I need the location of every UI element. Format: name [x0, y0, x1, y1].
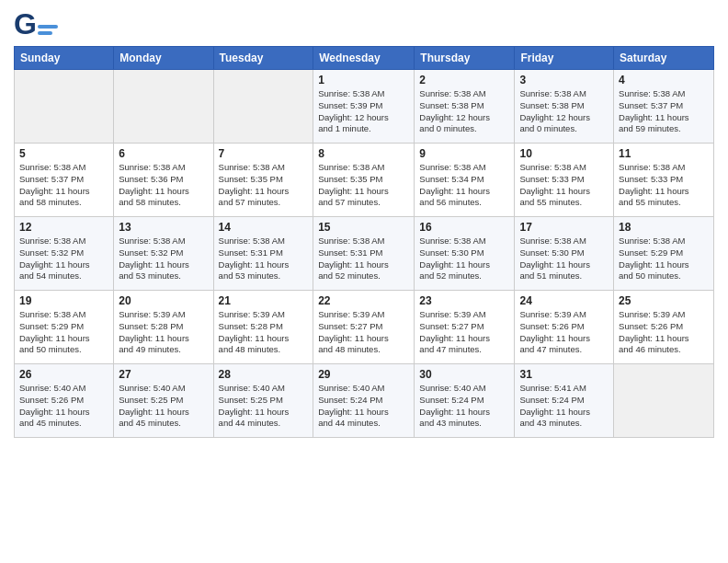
day-number: 21: [219, 294, 309, 307]
day-info: Sunrise: 5:38 AMSunset: 5:38 PMDaylight:…: [419, 88, 509, 135]
day-info: Sunrise: 5:39 AMSunset: 5:28 PMDaylight:…: [119, 309, 208, 356]
calendar-cell: 27Sunrise: 5:40 AMSunset: 5:25 PMDayligh…: [114, 364, 213, 438]
day-info: Sunrise: 5:38 AMSunset: 5:37 PMDaylight:…: [19, 162, 108, 209]
day-info: Sunrise: 5:38 AMSunset: 5:32 PMDaylight:…: [119, 236, 208, 282]
calendar-cell: 2Sunrise: 5:38 AMSunset: 5:38 PMDaylight…: [415, 70, 515, 144]
day-info: Sunrise: 5:38 AMSunset: 5:30 PMDaylight:…: [419, 236, 509, 282]
logo-line-top: [38, 25, 58, 29]
weekday-header-monday: Monday: [114, 47, 213, 70]
weekday-header-thursday: Thursday: [415, 47, 515, 70]
calendar-cell: 12Sunrise: 5:38 AMSunset: 5:32 PMDayligh…: [15, 217, 114, 291]
calendar-header: SundayMondayTuesdayWednesdayThursdayFrid…: [15, 47, 714, 70]
day-info: Sunrise: 5:38 AMSunset: 5:29 PMDaylight:…: [19, 309, 108, 356]
logo-general-g: G: [14, 9, 37, 39]
day-info: Sunrise: 5:39 AMSunset: 5:26 PMDaylight:…: [619, 309, 709, 356]
day-info: Sunrise: 5:40 AMSunset: 5:25 PMDaylight:…: [219, 383, 309, 430]
day-number: 24: [519, 294, 609, 307]
day-number: 7: [219, 147, 309, 160]
calendar-cell: 7Sunrise: 5:38 AMSunset: 5:35 PMDaylight…: [213, 144, 313, 217]
calendar-cell: 5Sunrise: 5:38 AMSunset: 5:37 PMDaylight…: [15, 144, 114, 217]
weekday-header-sunday: Sunday: [15, 47, 114, 70]
calendar-cell: 3Sunrise: 5:38 AMSunset: 5:38 PMDaylight…: [515, 70, 614, 144]
day-info: Sunrise: 5:38 AMSunset: 5:31 PMDaylight:…: [219, 236, 309, 282]
calendar-cell: 28Sunrise: 5:40 AMSunset: 5:25 PMDayligh…: [213, 364, 313, 438]
day-number: 8: [318, 147, 409, 160]
day-number: 27: [119, 368, 208, 381]
day-info: Sunrise: 5:41 AMSunset: 5:24 PMDaylight:…: [519, 383, 609, 430]
calendar-cell: 31Sunrise: 5:41 AMSunset: 5:24 PMDayligh…: [515, 364, 614, 438]
day-info: Sunrise: 5:38 AMSunset: 5:31 PMDaylight:…: [318, 236, 409, 282]
day-number: 18: [619, 221, 709, 234]
calendar-cell: 11Sunrise: 5:38 AMSunset: 5:33 PMDayligh…: [614, 144, 714, 217]
header: G: [14, 9, 714, 39]
calendar-cell: 16Sunrise: 5:38 AMSunset: 5:30 PMDayligh…: [415, 217, 515, 291]
calendar: SundayMondayTuesdayWednesdayThursdayFrid…: [14, 46, 714, 438]
day-info: Sunrise: 5:38 AMSunset: 5:39 PMDaylight:…: [318, 88, 409, 135]
day-info: Sunrise: 5:38 AMSunset: 5:37 PMDaylight:…: [619, 88, 709, 135]
calendar-cell: 17Sunrise: 5:38 AMSunset: 5:30 PMDayligh…: [515, 217, 614, 291]
day-number: 2: [419, 74, 509, 86]
day-number: 16: [419, 221, 509, 234]
calendar-week-2: 5Sunrise: 5:38 AMSunset: 5:37 PMDaylight…: [15, 144, 714, 217]
day-number: 23: [419, 294, 509, 307]
weekday-header-tuesday: Tuesday: [213, 47, 313, 70]
logo-line-bottom: [38, 31, 52, 35]
day-info: Sunrise: 5:40 AMSunset: 5:26 PMDaylight:…: [19, 383, 108, 430]
day-info: Sunrise: 5:38 AMSunset: 5:29 PMDaylight:…: [619, 236, 709, 282]
day-info: Sunrise: 5:40 AMSunset: 5:25 PMDaylight:…: [119, 383, 208, 430]
calendar-cell: 22Sunrise: 5:39 AMSunset: 5:27 PMDayligh…: [313, 291, 415, 364]
day-number: 12: [19, 221, 108, 234]
day-number: 13: [119, 221, 208, 234]
day-info: Sunrise: 5:38 AMSunset: 5:36 PMDaylight:…: [119, 162, 208, 209]
day-info: Sunrise: 5:39 AMSunset: 5:27 PMDaylight:…: [318, 309, 409, 356]
calendar-cell: 9Sunrise: 5:38 AMSunset: 5:34 PMDaylight…: [415, 144, 515, 217]
calendar-cell: 4Sunrise: 5:38 AMSunset: 5:37 PMDaylight…: [614, 70, 714, 144]
day-number: 11: [619, 147, 709, 160]
calendar-cell: 6Sunrise: 5:38 AMSunset: 5:36 PMDaylight…: [114, 144, 213, 217]
weekday-header-wednesday: Wednesday: [313, 47, 415, 70]
calendar-cell: 29Sunrise: 5:40 AMSunset: 5:24 PMDayligh…: [313, 364, 415, 438]
day-number: 6: [119, 147, 208, 160]
day-info: Sunrise: 5:39 AMSunset: 5:28 PMDaylight:…: [219, 309, 309, 356]
calendar-cell: 15Sunrise: 5:38 AMSunset: 5:31 PMDayligh…: [313, 217, 415, 291]
calendar-cell: 26Sunrise: 5:40 AMSunset: 5:26 PMDayligh…: [15, 364, 114, 438]
calendar-cell: 30Sunrise: 5:40 AMSunset: 5:24 PMDayligh…: [415, 364, 515, 438]
calendar-week-1: 1Sunrise: 5:38 AMSunset: 5:39 PMDaylight…: [15, 70, 714, 144]
calendar-cell: 25Sunrise: 5:39 AMSunset: 5:26 PMDayligh…: [614, 291, 714, 364]
day-info: Sunrise: 5:40 AMSunset: 5:24 PMDaylight:…: [318, 383, 409, 430]
day-info: Sunrise: 5:38 AMSunset: 5:32 PMDaylight:…: [19, 236, 108, 282]
calendar-cell: 1Sunrise: 5:38 AMSunset: 5:39 PMDaylight…: [313, 70, 415, 144]
calendar-cell: 21Sunrise: 5:39 AMSunset: 5:28 PMDayligh…: [213, 291, 313, 364]
day-number: 31: [519, 368, 609, 381]
day-info: Sunrise: 5:38 AMSunset: 5:34 PMDaylight:…: [419, 162, 509, 209]
weekday-header-friday: Friday: [515, 47, 614, 70]
calendar-cell: 18Sunrise: 5:38 AMSunset: 5:29 PMDayligh…: [614, 217, 714, 291]
page-container: G SundayMondayTuesdayWednesdayThursdayFr…: [0, 0, 728, 447]
calendar-cell: [114, 70, 213, 144]
calendar-cell: [614, 364, 714, 438]
calendar-cell: 19Sunrise: 5:38 AMSunset: 5:29 PMDayligh…: [15, 291, 114, 364]
day-number: 17: [519, 221, 609, 234]
day-number: 15: [318, 221, 409, 234]
day-number: 9: [419, 147, 509, 160]
day-number: 19: [19, 294, 108, 307]
day-info: Sunrise: 5:39 AMSunset: 5:26 PMDaylight:…: [519, 309, 609, 356]
calendar-cell: [15, 70, 114, 144]
day-number: 4: [619, 74, 709, 86]
weekday-header-saturday: Saturday: [614, 47, 714, 70]
calendar-cell: 20Sunrise: 5:39 AMSunset: 5:28 PMDayligh…: [114, 291, 213, 364]
calendar-cell: [213, 70, 313, 144]
day-info: Sunrise: 5:38 AMSunset: 5:30 PMDaylight:…: [519, 236, 609, 282]
calendar-cell: 8Sunrise: 5:38 AMSunset: 5:35 PMDaylight…: [313, 144, 415, 217]
calendar-cell: 24Sunrise: 5:39 AMSunset: 5:26 PMDayligh…: [515, 291, 614, 364]
day-info: Sunrise: 5:38 AMSunset: 5:33 PMDaylight:…: [519, 162, 609, 209]
day-info: Sunrise: 5:38 AMSunset: 5:38 PMDaylight:…: [519, 88, 609, 135]
day-number: 1: [318, 74, 409, 86]
day-number: 14: [219, 221, 309, 234]
day-number: 25: [619, 294, 709, 307]
day-info: Sunrise: 5:38 AMSunset: 5:35 PMDaylight:…: [318, 162, 409, 209]
calendar-week-5: 26Sunrise: 5:40 AMSunset: 5:26 PMDayligh…: [15, 364, 714, 438]
day-info: Sunrise: 5:38 AMSunset: 5:33 PMDaylight:…: [619, 162, 709, 209]
day-number: 22: [318, 294, 409, 307]
day-number: 5: [19, 147, 108, 160]
